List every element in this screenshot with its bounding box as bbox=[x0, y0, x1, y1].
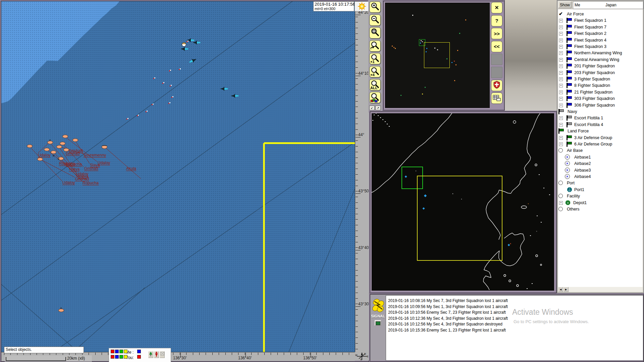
ship-icon[interactable] bbox=[44, 148, 50, 151]
tree-item-201-fighter-squadron[interactable]: +201 Fighter Squadron bbox=[558, 63, 643, 69]
tree-item-land-force[interactable]: Land Force bbox=[558, 128, 643, 134]
expander-icon[interactable]: + bbox=[559, 51, 563, 55]
shield-button[interactable] bbox=[491, 80, 502, 91]
ship-icon[interactable] bbox=[37, 158, 43, 161]
ship-icon[interactable] bbox=[72, 138, 78, 142]
tree-item-airbase3[interactable]: ✈Airbase3 bbox=[558, 167, 643, 174]
zoom-box-button[interactable] bbox=[369, 27, 381, 39]
tree-item-depot1[interactable]: +≡Depot1 bbox=[558, 200, 643, 206]
expander-icon[interactable]: + bbox=[559, 19, 563, 22]
expander-icon[interactable]: + bbox=[559, 71, 563, 75]
tree-item-fleet-squadron-7[interactable]: +Fleet Squadron 7 bbox=[558, 24, 643, 31]
tree-item-escort-flottila-4[interactable]: +Escort Flottila 4 bbox=[558, 122, 643, 128]
tree-item-airbase1[interactable]: ✈Airbase1 bbox=[558, 154, 643, 161]
tree-item-21-fighter-squadron[interactable]: +21 Fighter Squadron bbox=[558, 89, 643, 96]
ship-label[interactable]: Akula bbox=[126, 167, 136, 171]
ship-icon[interactable] bbox=[27, 144, 33, 148]
tree-item-port1[interactable]: ⚓Port1 bbox=[558, 187, 643, 193]
expander-icon[interactable]: + bbox=[559, 142, 563, 146]
tree-item-303-fighter-squadron[interactable]: +303 Fighter Squadron bbox=[558, 96, 643, 102]
ship-label[interactable]: Grisha5 bbox=[66, 152, 80, 156]
event-log-list[interactable]: 2019-01-16 10:08:16 My Sec 7, 3rd Fighte… bbox=[386, 295, 643, 361]
scroll-left-button[interactable]: ◀ bbox=[558, 287, 563, 292]
expander-icon[interactable]: + bbox=[559, 58, 563, 62]
expander-icon[interactable]: + bbox=[559, 45, 563, 49]
zoom-previous-button[interactable] bbox=[369, 40, 381, 52]
main-map-canvas[interactable]: ✕✕Grisha5Grisha5SovremennyUdaloyRopuchaR… bbox=[1, 1, 355, 352]
expander-icon[interactable]: + bbox=[559, 32, 563, 36]
tree-item-203-fighter-squadron[interactable]: +203 Fighter Squadron bbox=[558, 70, 643, 76]
ship-label[interactable]: Grisha5 bbox=[84, 167, 98, 171]
tree-item-port[interactable]: Port bbox=[558, 180, 643, 186]
tree-item-3-fighter-squadron[interactable]: +3 Fighter Squadron bbox=[558, 76, 643, 82]
ship-icon[interactable] bbox=[47, 141, 53, 144]
ship-label[interactable]: Sovremenny bbox=[84, 153, 106, 158]
ship-icon[interactable] bbox=[51, 150, 56, 154]
zoom-all-button[interactable]: ALL bbox=[369, 79, 381, 90]
show-button[interactable]: Show bbox=[558, 1, 572, 8]
expander-icon[interactable]: + bbox=[559, 84, 563, 87]
tree-item-air-force[interactable]: ✔Air Force bbox=[558, 11, 643, 17]
tree-item-northern-airwarning-wing[interactable]: +Northern Airwarning Wing bbox=[558, 50, 643, 56]
tree-item-central-airwarning-wing[interactable]: +Central Airwarning Wing bbox=[558, 57, 643, 63]
tree-item-airbase2[interactable]: ✈Airbase2 bbox=[558, 161, 643, 167]
tree-item-airbase4[interactable]: ✈Airbase4 bbox=[558, 174, 643, 180]
expander-icon[interactable]: + bbox=[559, 90, 563, 94]
disabled-toggle-button[interactable] bbox=[160, 351, 165, 358]
expander-icon[interactable]: + bbox=[559, 104, 563, 107]
ship-label[interactable]: Udaloy bbox=[62, 181, 75, 185]
tree-item-fleet-squadron-1[interactable]: +Fleet Squadron 1 bbox=[558, 17, 643, 24]
ship-label[interactable]: Natya bbox=[69, 167, 79, 172]
expander-icon[interactable]: + bbox=[559, 39, 563, 42]
pan-arrow-button[interactable]: ↗ bbox=[375, 106, 381, 110]
aircraft-icon[interactable] bbox=[230, 94, 239, 98]
scroll-right-button[interactable]: ▶ bbox=[564, 287, 569, 292]
ship-icon[interactable] bbox=[56, 145, 62, 148]
zoom-x4-button[interactable]: ×4 bbox=[369, 66, 381, 77]
ship-icon[interactable] bbox=[58, 309, 64, 312]
zoom-x1-button[interactable]: ×1 bbox=[369, 53, 381, 64]
tree-item-fleet-squadron-2[interactable]: +Fleet Squadron 2 bbox=[558, 31, 643, 37]
zoom-layers-button[interactable] bbox=[369, 92, 381, 103]
selected-unit-roundel[interactable] bbox=[182, 42, 186, 47]
expander-icon[interactable]: + bbox=[559, 116, 563, 120]
aircraft-icon[interactable] bbox=[192, 40, 201, 45]
tree-item-3-air-defense-group[interactable]: +3 Air Defense Group bbox=[558, 135, 643, 141]
ship-label[interactable]: Ropucha bbox=[83, 181, 99, 185]
report-button[interactable] bbox=[491, 93, 502, 104]
region-map-canvas[interactable] bbox=[372, 113, 554, 291]
expander-icon[interactable]: + bbox=[559, 97, 563, 101]
tree-item-others[interactable]: Others bbox=[558, 206, 643, 213]
expander-icon[interactable]: + bbox=[559, 64, 563, 68]
tree-item-8-fighter-squadron[interactable]: +8 Fighter Squadron bbox=[558, 82, 643, 89]
helicopter-icon[interactable]: ✕ bbox=[52, 155, 55, 158]
expander-icon[interactable]: + bbox=[559, 25, 563, 29]
pan-arrow-button[interactable]: ↙ bbox=[369, 106, 375, 110]
tree-item-air-base[interactable]: Air Base bbox=[558, 147, 643, 154]
zoom-in-button[interactable] bbox=[369, 1, 381, 13]
tree-item-6-air-defense-group[interactable]: +6 Air Defense Group bbox=[558, 141, 643, 147]
ship-icon[interactable] bbox=[102, 145, 107, 149]
tree-item-escort-flottila-1[interactable]: +Escort Flottila 1 bbox=[558, 115, 643, 121]
expander-icon[interactable]: + bbox=[559, 201, 563, 205]
tree-item-fleet-squadron-3[interactable]: +Fleet Squadron 3 bbox=[558, 44, 643, 50]
tree-item-facility[interactable]: Facility bbox=[558, 193, 643, 199]
terrain-toggle-button[interactable] bbox=[148, 351, 153, 358]
close-button[interactable]: ✕ bbox=[491, 2, 502, 13]
tree-item-navy[interactable]: Navy bbox=[558, 109, 643, 115]
back-button[interactable]: << bbox=[491, 41, 502, 52]
tree-item-306-fighter-squadron[interactable]: +306 Fighter Squadron bbox=[558, 102, 643, 109]
forward-button[interactable]: >> bbox=[491, 28, 502, 39]
ship-icon[interactable] bbox=[62, 135, 68, 138]
signal-monitor-button[interactable] bbox=[375, 320, 381, 326]
zoom-out-button[interactable] bbox=[369, 14, 381, 26]
unit-toggle-button[interactable] bbox=[154, 351, 159, 358]
tree-horizontal-scrollbar[interactable]: ◀ ▶ bbox=[558, 287, 643, 292]
helicopter-icon[interactable]: ✕ bbox=[57, 158, 60, 161]
aircraft-icon[interactable] bbox=[180, 47, 189, 51]
expander-icon[interactable]: + bbox=[559, 77, 563, 81]
ship-label[interactable]: Ropucha bbox=[66, 162, 82, 167]
ship-label[interactable]: Udaloy bbox=[38, 153, 50, 158]
ship-icon[interactable] bbox=[60, 142, 65, 145]
expander-icon[interactable]: + bbox=[559, 123, 563, 127]
